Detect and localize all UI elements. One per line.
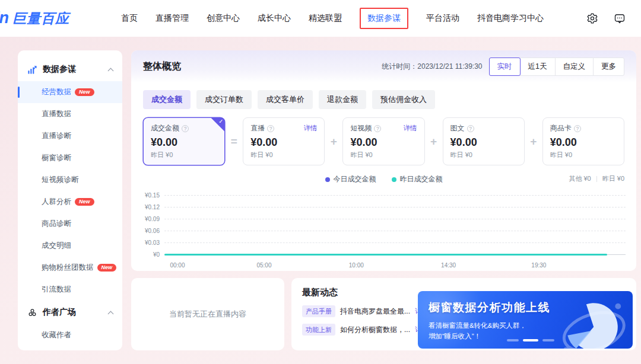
card-title: 短视频 [350, 123, 372, 133]
stat-card-short-video[interactable]: 短视频 ? 详情 ¥0.00 昨日 ¥0 [342, 117, 424, 165]
nav-item-platform-activities[interactable]: 平台活动 [426, 13, 459, 24]
x-axis: 00:00 05:00 10:00 14:30 19:30 [169, 262, 626, 272]
carousel-dots [507, 339, 554, 341]
help-icon[interactable]: ? [182, 125, 189, 132]
legend-today[interactable]: 今日成交金额 [325, 174, 376, 184]
nav-highlight-box: 数据参谋 [360, 8, 408, 29]
sidebar-item-business-data[interactable]: 经营数据 New [18, 81, 122, 103]
y-tick: ¥0.15 [139, 192, 164, 199]
time-filter-custom[interactable]: 自定义 [555, 58, 594, 76]
stat-time-label: 统计时间： [382, 62, 417, 71]
overview-header: 整体概览 统计时间：2023/12/21 11:39:30 实时 近1天 自定义… [131, 50, 636, 82]
yesterday-series-line [164, 254, 607, 256]
sidebar-item-traffic-data[interactable]: 引流数据 [18, 279, 122, 301]
stat-card-image-text[interactable]: 图文 ? ¥0.00 昨日 ¥0 [443, 117, 525, 165]
legend-yesterday[interactable]: 昨日成交金额 [392, 174, 443, 184]
sidebar-section-author-plaza[interactable]: 作者广场 [18, 301, 122, 324]
stat-card-product-card[interactable]: 商品卡 ? ¥0.00 昨日 ¥0 [542, 117, 624, 165]
help-icon[interactable]: ? [574, 125, 581, 132]
time-filter-group: 实时 近1天 自定义 更多 [490, 58, 624, 76]
time-filter-area: 统计时间：2023/12/21 11:39:30 实时 近1天 自定义 更多 [382, 58, 624, 76]
sidebar-item-live-data[interactable]: 直播数据 [18, 103, 122, 125]
axis-tail [607, 254, 626, 255]
legend-label: 今日成交金额 [334, 174, 376, 184]
carousel-dot-active[interactable] [523, 339, 538, 341]
time-filter-last-1-day[interactable]: 近1天 [520, 58, 556, 76]
nav-item-creative-center[interactable]: 创意中心 [207, 13, 240, 24]
y-tick: ¥0.03 [139, 240, 164, 246]
settings-gear-icon[interactable] [586, 12, 598, 24]
tab-estimated-commission[interactable]: 预估佣金收入 [372, 90, 435, 109]
x-tick: 19:30 [531, 262, 546, 269]
help-icon[interactable]: ? [467, 125, 474, 132]
brand-logo-text: 巨量百应 [12, 9, 69, 28]
live-status-card: 当前暂无正在直播内容 [131, 278, 284, 350]
carousel-dot[interactable] [507, 339, 519, 341]
sidebar-item-showcase-diagnosis[interactable]: 橱窗诊断 [18, 147, 122, 169]
stat-card-live[interactable]: 直播 ? 详情 ¥0.00 昨日 ¥0 [243, 117, 325, 165]
gridline [164, 242, 626, 243]
sidebar-section-title: 数据参谋 [43, 64, 76, 75]
gridline [164, 219, 626, 219]
legend-dot-today [325, 177, 330, 182]
tab-order-count[interactable]: 成交订单数 [196, 90, 252, 109]
overview-card: 整体概览 统计时间：2023/12/21 11:39:30 实时 近1天 自定义… [131, 50, 636, 271]
stat-card-deal-amount[interactable]: ✓ 成交金额 ? ¥0.00 昨日 ¥0 [143, 117, 225, 165]
sidebar-item-label: 经营数据 [42, 87, 71, 97]
x-tick: 14:30 [441, 262, 456, 269]
gridline [164, 231, 626, 231]
help-icon[interactable]: ? [267, 125, 274, 132]
promo-banner[interactable]: 橱窗数据分析功能上线 看清橱窗流量&转化&购买人群， 增加“睡后收入”！ [418, 291, 633, 349]
new-badge: New [75, 198, 94, 206]
legend-label: 昨日成交金额 [400, 174, 443, 184]
brand-logo[interactable]: in 巨量百应 [0, 9, 121, 28]
tab-avg-order-value[interactable]: 成交客单价 [258, 90, 313, 109]
nav-item-data-advisor[interactable]: 数据参谋 [367, 13, 401, 24]
time-filter-more[interactable]: 更多 [593, 58, 624, 76]
sidebar-item-label: 购物粉丝团数据 [42, 263, 94, 273]
line-chart: ¥0.15 ¥0.12 ¥0.09 ¥0.06 ¥0.03 ¥0 00:00 0… [131, 188, 636, 272]
chevron-up-icon [108, 68, 114, 74]
card-detail-link[interactable]: 详情 [404, 124, 417, 133]
sidebar-item-label: 橱窗诊断 [42, 153, 71, 163]
gridline [164, 207, 626, 207]
card-detail-link[interactable]: 详情 [303, 124, 317, 133]
chart-header: 今日成交金额 昨日成交金额 其他 ¥0 昨日 ¥0 [131, 165, 636, 188]
nav-item-growth-center[interactable]: 成长中心 [258, 13, 291, 24]
news-text: 如何分析橱窗数据，... [340, 325, 410, 335]
card-value: ¥0.00 [450, 136, 517, 149]
card-value: ¥0.00 [550, 136, 617, 149]
time-filter-realtime[interactable]: 实时 [489, 58, 521, 76]
sidebar-item-label: 直播数据 [42, 109, 71, 119]
legend-dot-yesterday [392, 177, 396, 182]
nav-item-ecommerce-learning-center[interactable]: 抖音电商学习中心 [477, 13, 544, 24]
bottom-row: 当前暂无正在直播内容 最新动态 产品手册 抖音电商罗盘最全最... 详情 功能上… [131, 278, 636, 350]
sidebar-item-live-diagnosis[interactable]: 直播诊断 [18, 125, 122, 147]
nav-item-home[interactable]: 首页 [121, 13, 138, 24]
chevron-up-icon [108, 311, 114, 317]
card-yesterday-value: 昨日 ¥0 [350, 151, 417, 159]
sidebar-section-order-management[interactable]: 订单管理 [18, 346, 122, 350]
news-tag: 产品手册 [302, 305, 335, 317]
main-nav: 首页 直播管理 创意中心 成长中心 精选联盟 数据参谋 平台活动 抖音电商学习中… [121, 8, 586, 29]
sidebar-item-fan-club-data[interactable]: 购物粉丝团数据 New [18, 257, 122, 279]
sidebar-item-deal-details[interactable]: 成交明细 [18, 235, 122, 257]
sidebar-section-data-advisor[interactable]: 数据参谋 [18, 58, 122, 81]
y-tick: ¥0.09 [139, 216, 164, 222]
sidebar-item-short-video-diagnosis[interactable]: 短视频诊断 [18, 169, 122, 191]
nav-item-live-management[interactable]: 直播管理 [156, 13, 189, 24]
carousel-dot[interactable] [542, 339, 554, 341]
sidebar-item-label: 短视频诊断 [42, 175, 79, 185]
help-icon[interactable]: ? [374, 125, 381, 132]
card-title: 商品卡 [550, 123, 572, 133]
messages-bubble-icon[interactable] [614, 12, 626, 24]
stat-time: 统计时间：2023/12/21 11:39:30 [382, 62, 482, 72]
sidebar-item-product-diagnosis[interactable]: 商品诊断 [18, 213, 122, 235]
nav-item-featured-alliance[interactable]: 精选联盟 [309, 13, 342, 24]
sidebar-item-favorite-authors[interactable]: 收藏作者 [18, 324, 122, 346]
pie-chart-graphic-icon [558, 293, 628, 349]
sidebar-item-audience-analysis[interactable]: 人群分析 New [18, 191, 122, 213]
tab-deal-amount[interactable]: 成交金额 [143, 90, 191, 109]
tab-refund-amount[interactable]: 退款金额 [319, 90, 366, 109]
stat-cards-row: ✓ 成交金额 ? ¥0.00 昨日 ¥0 = 直播 ? 详情 ¥0.00 [131, 109, 636, 165]
